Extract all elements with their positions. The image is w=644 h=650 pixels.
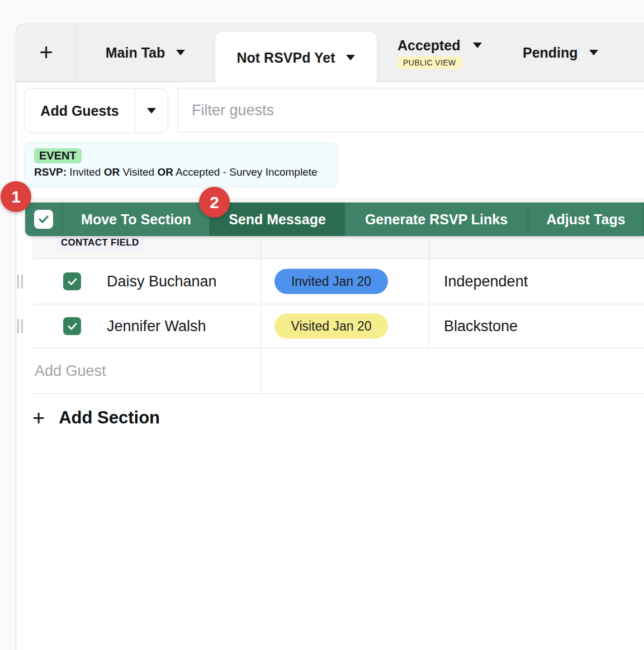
check-icon: [68, 323, 77, 330]
plus-icon: +: [32, 407, 45, 428]
filter-value: Invited: [69, 166, 101, 178]
select-all-checkbox[interactable]: [34, 210, 53, 229]
generate-rsvp-links-button[interactable]: Generate RSVP Links: [344, 202, 528, 236]
chevron-down-icon[interactable]: [589, 50, 598, 55]
add-guests-dropdown[interactable]: [135, 89, 168, 133]
chevron-down-icon[interactable]: [176, 50, 185, 55]
bulk-action-toolbar: Move To Section Send Message Generate RS…: [25, 202, 644, 236]
drag-handle-icon[interactable]: [17, 274, 23, 289]
rsvp-status-pill[interactable]: Invited Jan 20: [274, 269, 388, 294]
drag-handle-icon[interactable]: [17, 319, 23, 333]
chevron-down-icon[interactable]: [473, 43, 482, 48]
tab-not-rsvpd-yet[interactable]: Not RSVPd Yet: [215, 31, 377, 83]
tab-label: Pending: [523, 45, 578, 61]
add-guest-row[interactable]: Add Guest: [32, 348, 644, 394]
add-section-label: Add Section: [59, 408, 160, 428]
tab-strip: + Main Tab Not RSVPd Yet Accepted PUBLIC…: [16, 23, 644, 82]
add-guests-button[interactable]: Add Guests: [24, 88, 168, 133]
rsvp-status-pill[interactable]: Visited Jan 20: [274, 314, 388, 339]
tab-main-tab[interactable]: Main Tab: [76, 24, 215, 81]
filter-field: RSVP:: [34, 166, 67, 178]
filter-guests-input[interactable]: [178, 88, 644, 133]
content-panel: Add Guests EVENT RSVP: Invited OR Visite…: [16, 82, 644, 650]
filter-operator: OR: [157, 166, 173, 178]
annotation-number: 1: [11, 187, 21, 206]
annotation-number: 2: [210, 193, 219, 212]
public-view-badge: PUBLIC VIEW: [397, 56, 462, 69]
filter-operator: OR: [104, 166, 120, 178]
new-tab-button[interactable]: +: [16, 24, 77, 81]
add-section-button[interactable]: + Add Section: [32, 404, 160, 432]
filter-description: RSVP: Invited OR Visited OR Accepted - S…: [34, 166, 328, 178]
table-row[interactable]: Daisy Buchanan Invited Jan 20 Independen…: [32, 259, 644, 304]
filter-value: Accepted - Survey Incomplete: [176, 166, 317, 178]
tab-accepted[interactable]: Accepted PUBLIC VIEW: [397, 36, 482, 69]
event-filter-chip[interactable]: EVENT RSVP: Invited OR Visited OR Accept…: [24, 142, 338, 187]
adjust-tags-button[interactable]: Adjust Tags: [528, 202, 643, 236]
guest-name[interactable]: Jennifer Walsh: [107, 318, 206, 335]
tab-label: Accepted: [397, 37, 461, 54]
tab-label: Main Tab: [106, 45, 165, 61]
event-badge: EVENT: [34, 148, 82, 163]
tab-label: Not RSVPd Yet: [237, 50, 335, 66]
column-header-contact-field: CONTACT FIELD: [56, 235, 144, 250]
guest-organization[interactable]: Independent: [444, 273, 528, 290]
plus-icon: +: [39, 41, 53, 64]
chevron-down-icon[interactable]: [346, 55, 355, 60]
annotation-step-1: 1: [1, 181, 31, 212]
add-guest-placeholder[interactable]: Add Guest: [35, 362, 106, 380]
send-message-button[interactable]: Send Message: [210, 202, 344, 236]
row-checkbox[interactable]: [63, 272, 81, 290]
tab-pending[interactable]: Pending: [523, 24, 598, 81]
check-icon: [68, 278, 77, 285]
check-icon: [39, 215, 49, 223]
annotation-step-2: 2: [199, 187, 230, 218]
row-checkbox[interactable]: [63, 317, 81, 335]
filter-value: Visited: [122, 166, 154, 178]
guest-name[interactable]: Daisy Buchanan: [107, 273, 217, 290]
table-row[interactable]: Jennifer Walsh Visited Jan 20 Blackstone: [32, 304, 644, 348]
select-all-cell[interactable]: [25, 202, 62, 236]
move-to-section-button[interactable]: Move To Section: [62, 202, 210, 236]
guest-organization[interactable]: Blackstone: [444, 318, 518, 335]
chevron-down-icon: [147, 108, 156, 114]
add-guests-label[interactable]: Add Guests: [25, 89, 135, 133]
